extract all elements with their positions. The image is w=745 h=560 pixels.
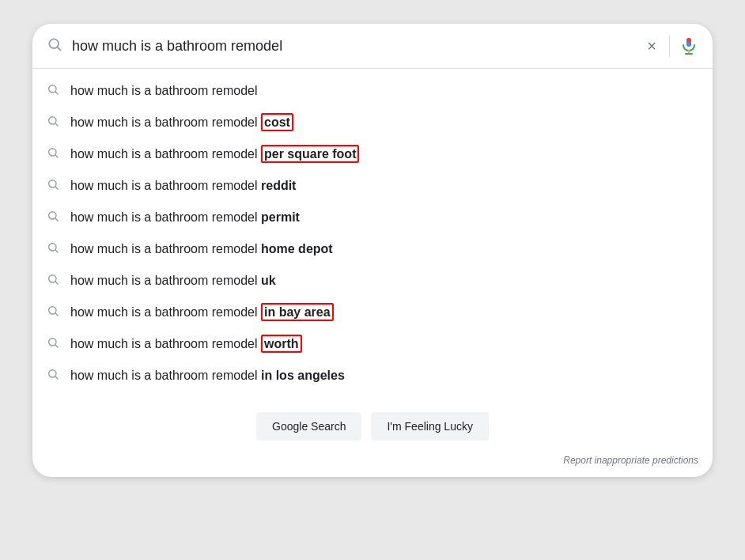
suggestion-item[interactable]: how much is a bathroom remodel permit: [32, 202, 713, 233]
svg-line-11: [55, 155, 58, 157]
suggestion-search-icon: [47, 83, 59, 99]
search-bar: how much is a bathroom remodel ×: [32, 24, 713, 69]
mic-icon[interactable]: [679, 36, 698, 55]
suggestion-text: how much is a bathroom remodel reddit: [70, 179, 296, 193]
suggestion-search-icon: [47, 273, 59, 289]
suggestion-text: how much is a bathroom remodel worth: [70, 337, 302, 351]
svg-line-21: [55, 313, 58, 316]
suggestion-text: how much is a bathroom remodel home depo…: [70, 242, 333, 256]
vertical-divider: [669, 35, 670, 57]
search-container: how much is a bathroom remodel × how muc…: [32, 24, 713, 477]
suggestion-search-icon: [47, 178, 59, 194]
suggestion-search-icon: [47, 241, 59, 257]
suggestion-search-icon: [47, 115, 59, 131]
svg-line-9: [55, 123, 58, 126]
suggestions-list: how much is a bathroom remodel how much …: [32, 69, 713, 398]
suggestion-text: how much is a bathroom remodel uk: [70, 274, 276, 288]
suggestion-item[interactable]: how much is a bathroom remodel uk: [32, 265, 713, 297]
svg-rect-3: [686, 38, 691, 43]
report-text: Report inappropriate predictions: [32, 452, 713, 477]
svg-line-17: [55, 250, 58, 252]
svg-line-25: [55, 376, 58, 379]
suggestion-item[interactable]: how much is a bathroom remodel: [32, 75, 713, 107]
search-icon: [47, 36, 62, 56]
svg-line-13: [55, 187, 58, 189]
suggestion-text: how much is a bathroom remodel per squar…: [70, 147, 359, 161]
svg-line-1: [58, 47, 61, 50]
suggestion-text: how much is a bathroom remodel in bay ar…: [70, 305, 334, 320]
suggestion-item[interactable]: how much is a bathroom remodel per squar…: [32, 138, 713, 170]
svg-line-19: [55, 282, 58, 284]
clear-button[interactable]: ×: [644, 35, 660, 57]
suggestion-text: how much is a bathroom remodel cost: [70, 115, 293, 130]
suggestion-item[interactable]: how much is a bathroom remodel reddit: [32, 170, 713, 202]
suggestion-search-icon: [47, 305, 59, 320]
suggestion-item[interactable]: how much is a bathroom remodel worth: [32, 328, 713, 360]
svg-line-15: [55, 218, 58, 221]
buttons-row: Google Search I'm Feeling Lucky: [32, 398, 713, 452]
suggestion-text: how much is a bathroom remodel in los an…: [70, 369, 345, 383]
svg-line-7: [55, 92, 58, 94]
suggestion-item[interactable]: how much is a bathroom remodel cost: [32, 107, 713, 138]
suggestion-item[interactable]: how much is a bathroom remodel home depo…: [32, 233, 713, 265]
suggestion-text: how much is a bathroom remodel: [70, 84, 258, 98]
suggestion-search-icon: [47, 336, 59, 352]
suggestion-search-icon: [47, 368, 59, 384]
suggestion-item[interactable]: how much is a bathroom remodel in los an…: [32, 360, 713, 392]
google-search-button[interactable]: Google Search: [256, 412, 361, 441]
feeling-lucky-button[interactable]: I'm Feeling Lucky: [371, 412, 489, 441]
suggestion-search-icon: [47, 210, 59, 225]
suggestion-search-icon: [47, 146, 59, 162]
search-bar-actions: ×: [644, 35, 698, 57]
search-input[interactable]: how much is a bathroom remodel: [72, 38, 634, 55]
svg-line-23: [55, 345, 58, 347]
suggestion-item[interactable]: how much is a bathroom remodel in bay ar…: [32, 297, 713, 328]
suggestion-text: how much is a bathroom remodel permit: [70, 210, 300, 225]
